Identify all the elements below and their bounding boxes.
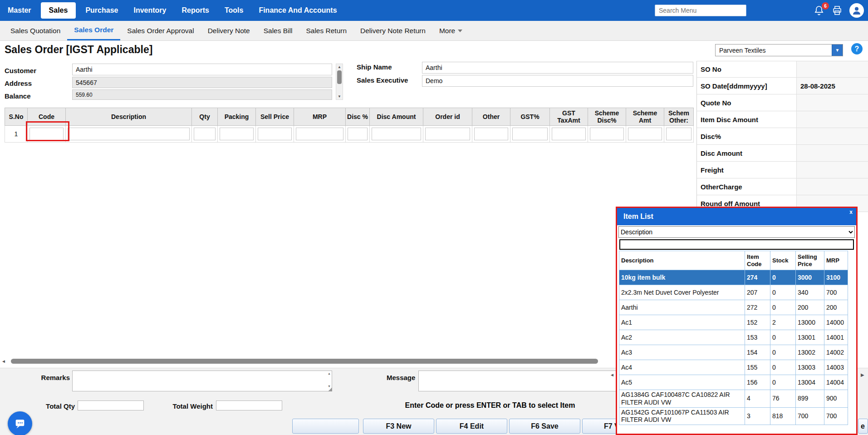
item-mrp[interactable]: 200 (824, 300, 848, 315)
item-row[interactable]: Ac215301300114001 (619, 330, 848, 345)
quote-no-value[interactable] (796, 94, 868, 111)
tab-more[interactable]: More (432, 21, 469, 40)
item-selling-price[interactable]: 899 (796, 390, 824, 408)
other-input[interactable] (474, 128, 508, 140)
item-stock[interactable]: 0 (770, 270, 796, 285)
item-stock[interactable]: 0 (770, 330, 796, 345)
f6-save-button[interactable]: F6 Save (509, 419, 580, 434)
nav-item-tools[interactable]: Tools (217, 0, 251, 21)
disc-amount-value[interactable] (796, 145, 868, 161)
row1-other-cell[interactable] (472, 126, 510, 143)
item-mrp[interactable]: 14001 (824, 330, 848, 345)
item-row[interactable]: Ac515601300414004 (619, 375, 848, 390)
tab-delivery-note[interactable]: Delivery Note (201, 21, 257, 40)
disc-pct-input[interactable] (348, 128, 368, 140)
description-input[interactable] (68, 128, 190, 140)
ship-name-field[interactable]: Aarthi (422, 62, 693, 74)
partial-button-fragment[interactable]: e (858, 419, 868, 434)
item-mrp[interactable]: 700 (824, 285, 848, 300)
company-dropdown-arrow-icon[interactable]: ▼ (832, 44, 843, 56)
f4-edit-button[interactable]: F4 Edit (436, 419, 507, 434)
item-code[interactable]: 207 (745, 285, 770, 300)
item-stock[interactable]: 0 (770, 345, 796, 360)
tab-sales-order-approval[interactable]: Sales Order Approval (120, 21, 201, 40)
horizontal-scrollbar-thumb[interactable] (11, 359, 598, 364)
item-selling-price[interactable]: 13003 (796, 360, 824, 375)
row1-code-cell[interactable] (28, 126, 66, 143)
chat-widget-button[interactable] (8, 411, 32, 435)
item-selling-price[interactable]: 3000 (796, 270, 824, 285)
item-code[interactable]: 156 (745, 375, 770, 390)
item-selling-price[interactable]: 13000 (796, 315, 824, 330)
item-row[interactable]: AG1542G CAF101067P CA11503 AIR FILTER AU… (619, 407, 848, 425)
item-stock[interactable]: 0 (770, 285, 796, 300)
item-stock[interactable]: 0 (770, 300, 796, 315)
item-selling-price[interactable]: 13001 (796, 330, 824, 345)
item-selling-price[interactable]: 200 (796, 300, 824, 315)
row1-packing-cell[interactable] (218, 126, 256, 143)
item-stock[interactable]: 76 (770, 390, 796, 408)
item-list-search-input[interactable] (619, 239, 854, 250)
row1-mrp-cell[interactable] (294, 126, 346, 143)
item-mrp[interactable]: 3100 (824, 270, 848, 285)
total-qty-input[interactable] (78, 400, 144, 410)
remarks-scroll-up-icon[interactable]: ▲ (328, 372, 331, 375)
scroll-left-icon[interactable]: ◄ (1, 359, 6, 364)
item-description[interactable]: Aarthi (619, 300, 745, 315)
customer-panel-scrollbar[interactable]: ▲ ▼ (336, 64, 343, 100)
tab-sales-quotation[interactable]: Sales Quotation (4, 21, 67, 40)
help-icon[interactable]: ? (851, 43, 863, 54)
scroll-down-icon[interactable]: ▼ (338, 94, 341, 99)
item-row[interactable]: Ac315401300214002 (619, 345, 848, 360)
row1-scheme-disc-cell[interactable] (588, 126, 626, 143)
item-description[interactable]: Ac3 (619, 345, 745, 360)
f3-new-button[interactable]: F3 New (363, 419, 434, 434)
customer-field[interactable]: Aarthi (72, 64, 332, 75)
scheme-disc-input[interactable] (590, 128, 624, 140)
item-mrp[interactable]: 14004 (824, 375, 848, 390)
item-description[interactable]: Ac5 (619, 375, 745, 390)
packing-input[interactable] (220, 128, 254, 140)
item-selling-price[interactable]: 340 (796, 285, 824, 300)
item-stock[interactable]: 818 (770, 407, 796, 425)
item-mrp[interactable]: 900 (824, 390, 848, 408)
scrollbar-thumb[interactable] (337, 70, 342, 84)
item-selling-price[interactable]: 13004 (796, 375, 824, 390)
so-date-value[interactable]: 28-08-2025 (796, 78, 868, 94)
scheme-other-input[interactable] (666, 128, 691, 140)
so-no-value[interactable] (796, 61, 868, 77)
gst-taxamt-input[interactable] (552, 128, 586, 140)
disc-amount-input[interactable] (372, 128, 421, 140)
nav-item-inventory[interactable]: Inventory (126, 0, 174, 21)
row1-scheme-other-cell[interactable] (664, 126, 694, 143)
item-code[interactable]: 153 (745, 330, 770, 345)
remarks-textarea[interactable] (72, 371, 332, 391)
other-charge-value[interactable] (796, 178, 868, 195)
gst-pct-input[interactable] (512, 128, 548, 140)
sell-price-input[interactable] (258, 128, 292, 140)
code-input[interactable] (29, 128, 64, 140)
row1-disc-amount-cell[interactable] (370, 126, 423, 143)
tab-sales-return[interactable]: Sales Return (299, 21, 353, 40)
item-mrp[interactable]: 14002 (824, 345, 848, 360)
nav-item-reports[interactable]: Reports (174, 0, 216, 21)
notification-bell-icon[interactable]: 6 (814, 5, 825, 17)
item-row[interactable]: Aarthi2720200200 (619, 300, 848, 315)
order-id-input[interactable] (425, 128, 470, 140)
freight-value[interactable] (796, 162, 868, 178)
item-code[interactable]: 3 (745, 407, 770, 425)
address-field[interactable]: 545667 (72, 77, 332, 88)
item-selling-price[interactable]: 13002 (796, 345, 824, 360)
tab-sales-bill[interactable]: Sales Bill (257, 21, 299, 40)
row1-disc-pct-cell[interactable] (346, 126, 370, 143)
item-description[interactable]: AG1542G CAF101067P CA11503 AIR FILTER AU… (619, 407, 745, 425)
blank-button[interactable] (292, 419, 359, 434)
item-row[interactable]: Ac115221300014000 (619, 315, 848, 330)
row1-sell-price-cell[interactable] (256, 126, 294, 143)
row1-qty-cell[interactable] (192, 126, 218, 143)
total-weight-input[interactable] (216, 400, 282, 410)
row1-gst-pct-cell[interactable] (510, 126, 550, 143)
item-code[interactable]: 154 (745, 345, 770, 360)
item-code[interactable]: 152 (745, 315, 770, 330)
disc-pct-value[interactable] (796, 128, 868, 144)
